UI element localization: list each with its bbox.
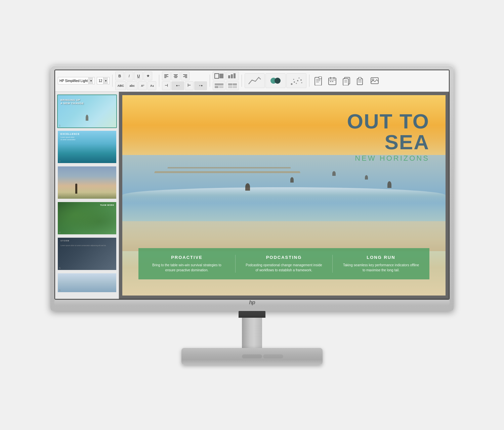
svg-rect-17 xyxy=(215,83,223,85)
notes-button[interactable] xyxy=(312,75,324,87)
info-box-1: PROACTIVE Bring to the table win-win sur… xyxy=(149,255,225,273)
slide-thumb-5[interactable]: STORM Lorem ipsum dolor sit amet consect… xyxy=(57,237,117,271)
calendar-button[interactable] xyxy=(326,75,338,87)
font-size-dropdown[interactable]: ▾ xyxy=(103,77,108,84)
info-boxes: PROACTIVE Bring to the table win-win sur… xyxy=(138,248,429,279)
slide-main-title: OUT TO SEA xyxy=(347,111,429,153)
subscript-button[interactable]: A₂ xyxy=(148,81,156,90)
divider-5 xyxy=(309,75,309,87)
insert-layout-button[interactable] xyxy=(213,81,225,90)
swimmer-5 xyxy=(387,181,391,188)
slide-thumb-6[interactable]: 6 xyxy=(57,273,117,293)
shape-group-top xyxy=(213,72,239,80)
image-button[interactable] xyxy=(369,75,381,87)
slide-subtitle: NEW HORIZONS xyxy=(347,154,429,163)
indent-increase-button[interactable]: ⊢ xyxy=(185,81,194,90)
indent-label1: ■ ≡ xyxy=(171,81,184,90)
line-chart-button[interactable] xyxy=(245,73,265,88)
strikethrough-button[interactable]: ★ xyxy=(143,72,152,80)
title-line1: OUT TO xyxy=(347,110,429,133)
abc-button[interactable]: ABC xyxy=(115,81,126,90)
divider-2 xyxy=(159,75,159,87)
svg-rect-40 xyxy=(330,81,331,82)
bold-button[interactable]: B xyxy=(115,72,124,80)
align-right-button[interactable] xyxy=(181,72,190,80)
chart-group xyxy=(245,73,306,88)
svg-rect-13 xyxy=(219,74,223,78)
font-dropdown-arrow[interactable]: ▾ xyxy=(88,77,93,84)
slide2-content: EXCELLENCE Lorem ipsum dolorsit amet con… xyxy=(60,133,80,141)
slide-thumb-3[interactable]: 3 xyxy=(57,166,117,199)
svg-rect-41 xyxy=(332,81,333,82)
stand-neck xyxy=(242,318,262,348)
svg-rect-16 xyxy=(234,73,236,78)
slide4-title: TEAM WORK xyxy=(100,204,114,206)
slide-thumb-4[interactable]: TEAM WORK 4 xyxy=(57,201,117,235)
stand-connector xyxy=(239,311,265,318)
base-indent-left xyxy=(242,354,262,358)
slide1-number: 1 xyxy=(59,124,60,127)
svg-rect-15 xyxy=(231,74,233,78)
slide3-background xyxy=(58,166,116,199)
box-divider-2 xyxy=(332,255,333,273)
align-center-button[interactable] xyxy=(171,72,180,80)
box2-title: PODCASTING xyxy=(246,255,322,260)
insert-table-button[interactable] xyxy=(226,81,239,90)
slide6-number: 6 xyxy=(59,289,60,291)
content-area: BRINGING UPA NEW CHANGE 1 EXCELLENCE Lor… xyxy=(55,92,449,299)
scatter-chart-button[interactable] xyxy=(286,73,306,88)
svg-rect-12 xyxy=(215,74,219,78)
box3-title: LONG RUN xyxy=(343,255,419,260)
svg-point-27 xyxy=(299,78,300,79)
italic-button[interactable]: I xyxy=(125,72,133,80)
superscript-button[interactable]: A² xyxy=(138,81,147,90)
svg-rect-19 xyxy=(219,86,223,88)
underline-button[interactable]: U xyxy=(134,72,143,80)
toggle-icon xyxy=(270,78,281,84)
paste-button[interactable] xyxy=(354,75,367,87)
slide3-number: 3 xyxy=(59,196,60,198)
slide6-background xyxy=(58,273,116,292)
svg-rect-35 xyxy=(319,77,322,79)
divider-1 xyxy=(112,75,113,87)
monitor-wrapper: HP Simplified Light ▾ 12 ▾ B I U xyxy=(50,66,454,365)
monitor-chin: hp xyxy=(54,300,450,306)
font-selector[interactable]: HP Simplified Light ▾ xyxy=(58,77,95,84)
box2-text: Podcasting operational change management… xyxy=(246,263,322,273)
svg-rect-46 xyxy=(357,79,363,85)
insert-column-button[interactable] xyxy=(226,72,239,80)
monitor-base xyxy=(181,348,323,365)
svg-point-26 xyxy=(297,80,298,81)
slide-thumb-1[interactable]: BRINGING UPA NEW CHANGE 1 xyxy=(57,94,117,128)
copy-button[interactable] xyxy=(340,75,352,87)
swimmer-3 xyxy=(332,171,336,176)
slide5-number: 5 xyxy=(59,267,60,269)
box-divider-1 xyxy=(235,255,236,273)
slides-panel[interactable]: BRINGING UPA NEW CHANGE 1 EXCELLENCE Lor… xyxy=(55,92,119,299)
align-left-button[interactable] xyxy=(162,72,171,80)
indent-label2: ≡ ■ xyxy=(194,81,207,90)
monitor-body: HP Simplified Light ▾ 12 ▾ B I U xyxy=(50,66,454,311)
insert-shape-button[interactable] xyxy=(213,72,225,80)
svg-point-30 xyxy=(301,82,302,83)
indent-decrease-button[interactable]: ⊣ xyxy=(162,81,171,90)
svg-rect-18 xyxy=(215,86,218,88)
abc-lower-button[interactable]: abc xyxy=(127,81,137,90)
swimmer-2 xyxy=(290,177,294,183)
font-name-label: HP Simplified Light xyxy=(59,79,88,83)
screen: HP Simplified Light ▾ 12 ▾ B I U xyxy=(54,70,450,300)
slide-thumb-2[interactable]: EXCELLENCE Lorem ipsum dolorsit amet con… xyxy=(57,130,117,164)
box1-text: Bring to the table win-win survival stra… xyxy=(149,263,225,273)
slide1-person xyxy=(86,115,88,121)
shape-group-bottom xyxy=(213,81,239,90)
slide4-number: 4 xyxy=(59,231,60,234)
slide4-texture xyxy=(58,202,116,234)
font-size-selector[interactable]: 12 ▾ xyxy=(97,77,110,84)
svg-point-24 xyxy=(294,81,295,83)
slide5-background xyxy=(58,238,116,270)
toggle-chart-button[interactable] xyxy=(265,73,286,88)
slide1-title: BRINGING UPA NEW CHANGE xyxy=(60,99,84,106)
circle-dark xyxy=(275,78,281,84)
svg-point-29 xyxy=(296,83,297,84)
info-box-3: LONG RUN Taking seamless key performance… xyxy=(343,255,419,273)
